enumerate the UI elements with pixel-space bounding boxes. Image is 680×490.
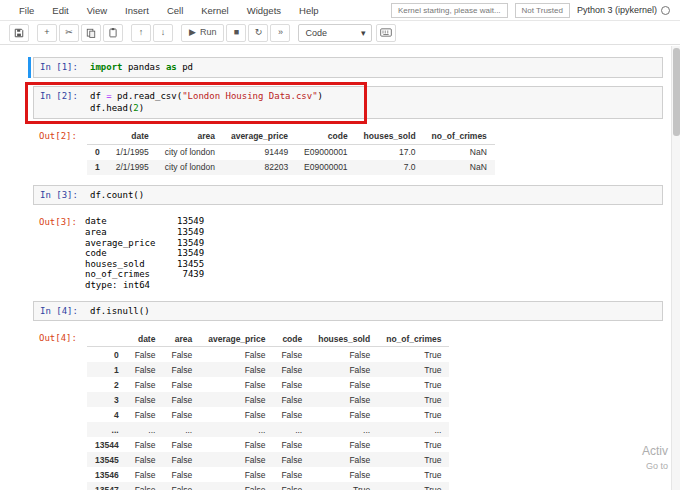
series-count-output: date 13549 area 13549 average_price 1354… — [85, 213, 204, 290]
input-prompt-1: In [1]: — [34, 58, 86, 77]
chevron-down-icon: ▾ — [361, 28, 366, 38]
paste-cell-button[interactable] — [103, 24, 123, 42]
input-prompt-3: In [3]: — [34, 186, 86, 205]
cell-type-dropdown[interactable]: Code ▾ — [298, 24, 372, 42]
move-down-icon: ↓ — [161, 28, 166, 37]
menubar-right: Kernel starting, please wait... Not Trus… — [391, 3, 670, 18]
run-button[interactable]: ▶ Run — [181, 24, 224, 42]
cell-type-value: Code — [305, 28, 327, 38]
code-input-1[interactable]: In [1]: import pandas as pd — [33, 57, 663, 78]
code-editor-2[interactable]: df = pd.read_csv("London Housing Data.cs… — [86, 87, 327, 118]
interrupt-kernel-button[interactable]: ■ — [226, 24, 246, 42]
scrollbar-track[interactable] — [671, 46, 680, 490]
code-input-3[interactable]: In [3]: df.count() — [33, 185, 663, 206]
menu-widgets[interactable]: Widgets — [238, 5, 290, 16]
dataframe-head-table: dateareaaverage_pricecodehouses_soldno_o… — [85, 127, 495, 175]
output-prompt-2: Out[2]: — [33, 127, 85, 175]
toolbar: + ✂ ↑ ↓ ▶ Run ■ ↻ » Code ▾ — [0, 21, 680, 45]
menu-kernel[interactable]: Kernel — [192, 5, 237, 16]
code-input-4[interactable]: In [4]: df.isnull() — [33, 301, 663, 322]
move-cell-down-button[interactable]: ↓ — [153, 24, 173, 42]
stop-icon: ■ — [234, 28, 239, 37]
menu-edit[interactable]: Edit — [43, 5, 77, 16]
kernel-status-icon — [661, 6, 670, 15]
menu-insert[interactable]: Insert — [116, 5, 158, 16]
paste-cell-icon — [108, 27, 118, 38]
dataframe-isnull-table: dateareaaverage_pricecodehouses_soldno_o… — [85, 329, 449, 490]
menu-view[interactable]: View — [78, 5, 116, 16]
output-area-2: Out[2]: dateareaaverage_pricecodehouses_… — [33, 127, 663, 175]
input-prompt-2: In [2]: — [34, 87, 86, 106]
kernel-name-label: Python 3 (ipykernel) — [577, 5, 657, 15]
run-label: Run — [200, 28, 217, 37]
save-button[interactable] — [9, 24, 29, 42]
add-cell-button[interactable]: + — [37, 24, 57, 42]
keyboard-icon — [380, 28, 392, 37]
restart-icon: ↻ — [255, 28, 263, 37]
menu-file[interactable]: File — [10, 5, 43, 16]
cut-cell-icon: ✂ — [65, 28, 73, 37]
input-prompt-4: In [4]: — [34, 302, 86, 321]
notebook: In [1]: import pandas as pd In [2]: df =… — [0, 46, 671, 490]
menu-help[interactable]: Help — [290, 5, 328, 16]
restart-kernel-button[interactable]: ↻ — [248, 24, 268, 42]
copy-cell-button[interactable] — [81, 24, 101, 42]
code-cell-4: In [4]: df.isnull() — [33, 301, 663, 322]
selected-cell-indicator — [28, 57, 31, 78]
code-cell-2: In [2]: df = pd.read_csv("London Housing… — [33, 86, 663, 119]
menubar: File Edit View Insert Cell Kernel Widget… — [0, 0, 680, 21]
copy-cell-icon — [86, 28, 96, 38]
output-prompt-3: Out[3]: — [33, 213, 85, 290]
move-cell-up-button[interactable]: ↑ — [131, 24, 151, 42]
output-area-4: Out[4]: dateareaaverage_pricecodehouses_… — [33, 329, 663, 490]
scrollbar-thumb[interactable] — [673, 48, 680, 136]
command-palette-button[interactable] — [376, 24, 396, 42]
code-editor-4[interactable]: df.isnull() — [86, 302, 154, 321]
cut-cell-button[interactable]: ✂ — [59, 24, 79, 42]
code-editor-1[interactable]: import pandas as pd — [86, 58, 197, 77]
run-icon: ▶ — [189, 28, 196, 37]
output-prompt-4: Out[4]: — [33, 329, 85, 490]
trust-badge[interactable]: Not Trusted — [515, 3, 570, 18]
move-up-icon: ↑ — [139, 28, 144, 37]
code-editor-3[interactable]: df.count() — [86, 186, 148, 205]
fast-forward-icon: » — [278, 28, 283, 37]
code-cell-3: In [3]: df.count() — [33, 185, 663, 206]
kernel-status-message: Kernel starting, please wait... — [391, 3, 508, 18]
code-input-2[interactable]: In [2]: df = pd.read_csv("London Housing… — [33, 86, 663, 119]
menu-cell[interactable]: Cell — [158, 5, 192, 16]
restart-run-all-button[interactable]: » — [270, 24, 290, 42]
code-cell-1: In [1]: import pandas as pd — [33, 57, 663, 78]
add-cell-icon: + — [44, 28, 49, 37]
output-area-3: Out[3]: date 13549 area 13549 average_pr… — [33, 213, 663, 290]
save-icon — [14, 28, 24, 38]
kernel-name: Python 3 (ipykernel) — [577, 5, 670, 15]
